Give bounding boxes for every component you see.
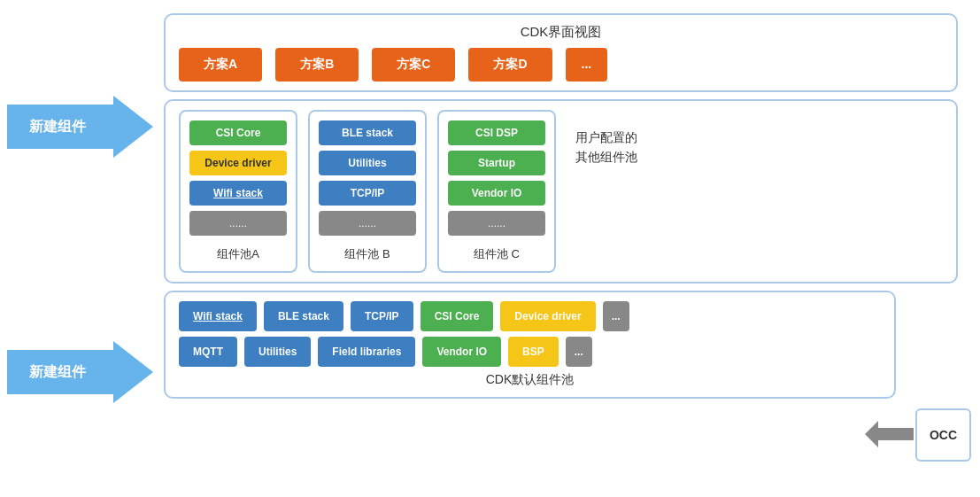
left-arrow-bottom: 新建组件 (7, 341, 153, 407)
svg-text:新建组件: 新建组件 (29, 118, 87, 134)
bottom-bsp: BSP (508, 337, 559, 367)
pool-c-title: 组件池 C (474, 246, 520, 262)
bottom-row1: Wifi stack BLE stack TCP/IP CSI Core Dev… (179, 301, 881, 331)
bottom-row2: MQTT Utilities Field libraries Vendor IO… (179, 337, 881, 367)
solution-c[interactable]: 方案C (372, 48, 455, 82)
bottom-mqtt: MQTT (179, 337, 237, 367)
bottom-title: CDK默认组件池 (179, 372, 881, 388)
svg-marker-4 (865, 421, 914, 447)
pool-a-title: 组件池A (217, 246, 259, 262)
main-container: 新建组件 新建组件 CDK界面视图 方案A 方案B 方案C 方案D ... CS… (0, 0, 980, 497)
solution-d[interactable]: 方案D (468, 48, 552, 82)
bottom-section: Wifi stack BLE stack TCP/IP CSI Core Dev… (164, 291, 896, 399)
solution-more[interactable]: ... (566, 48, 608, 82)
pool-a-item-3: Wifi stack (189, 181, 287, 206)
pool-c: CSI DSP Startup Vendor IO ...... 组件池 C (437, 110, 556, 273)
bottom-utilities: Utilities (244, 337, 311, 367)
occ-box: OCC (915, 408, 971, 462)
bottom-device-driver: Device driver (500, 301, 595, 331)
bottom-tcpip: TCP/IP (351, 301, 413, 331)
bottom-csi-core: CSI Core (421, 301, 494, 331)
svg-text:新建组件: 新建组件 (29, 363, 87, 379)
top-section: CDK界面视图 方案A 方案B 方案C 方案D ... (164, 13, 958, 92)
pool-b-item-3: TCP/IP (319, 181, 416, 206)
pool-a-dots: ...... (189, 211, 287, 236)
pool-b-title: 组件池 B (344, 246, 390, 262)
bottom-more2: ... (566, 337, 592, 367)
bottom-more1: ... (603, 301, 629, 331)
solution-row: 方案A 方案B 方案C 方案D ... (179, 48, 943, 82)
bottom-vendor-io: Vendor IO (422, 337, 501, 367)
pool-b: BLE stack Utilities TCP/IP ...... 组件池 B (308, 110, 427, 273)
solution-a[interactable]: 方案A (179, 48, 262, 82)
bottom-wifi: Wifi stack (179, 301, 257, 331)
pool-c-item-2: Startup (448, 151, 545, 175)
pool-c-item-3: Vendor IO (448, 181, 545, 206)
occ-label: OCC (930, 428, 957, 442)
occ-arrow (865, 421, 914, 451)
left-arrow-top: 新建组件 (7, 96, 153, 161)
solution-b[interactable]: 方案B (275, 48, 359, 82)
pool-a-item-2: Device driver (189, 151, 287, 175)
pool-b-dots: ...... (319, 211, 416, 236)
pool-a-item-1: CSI Core (189, 120, 287, 145)
pool-b-item-1: BLE stack (319, 120, 416, 145)
top-section-title: CDK界面视图 (179, 24, 943, 41)
bottom-field-lib: Field libraries (318, 337, 415, 367)
pool-c-item-1: CSI DSP (448, 120, 545, 145)
bottom-ble: BLE stack (264, 301, 343, 331)
pool-b-item-2: Utilities (319, 151, 416, 175)
other-pools-label: 用户配置的其他组件池 (567, 110, 646, 185)
pool-c-dots: ...... (448, 211, 545, 236)
pool-a: CSI Core Device driver Wifi stack ......… (179, 110, 297, 273)
middle-section: CSI Core Device driver Wifi stack ......… (164, 99, 958, 283)
